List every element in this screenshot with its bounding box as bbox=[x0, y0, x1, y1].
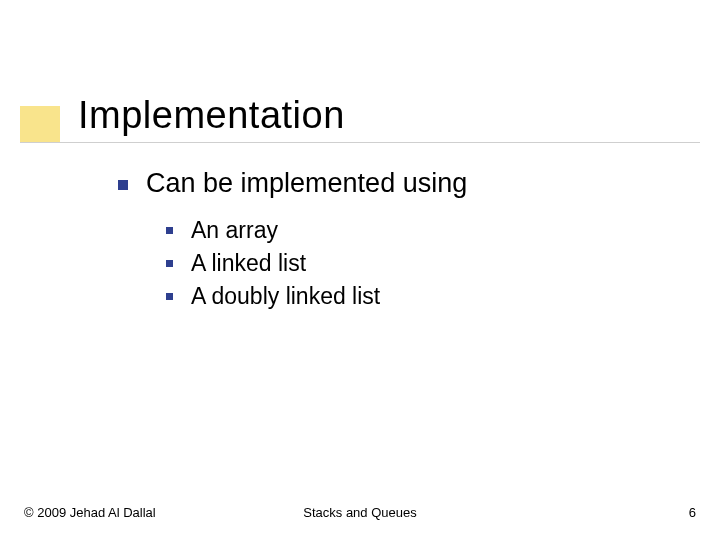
title-accent-bar bbox=[20, 106, 60, 142]
bullet-level2: A linked list bbox=[166, 250, 467, 277]
sub-bullets: An array A linked list A doubly linked l… bbox=[166, 217, 467, 310]
level1-text: Can be implemented using bbox=[146, 168, 467, 199]
square-bullet-icon bbox=[118, 180, 128, 190]
square-bullet-icon bbox=[166, 293, 173, 300]
footer-title: Stacks and Queues bbox=[0, 505, 720, 520]
level2-text: An array bbox=[191, 217, 278, 244]
footer-page-number: 6 bbox=[689, 505, 696, 520]
square-bullet-icon bbox=[166, 260, 173, 267]
bullet-level1: Can be implemented using bbox=[118, 168, 467, 199]
square-bullet-icon bbox=[166, 227, 173, 234]
title-underline bbox=[20, 142, 700, 143]
level2-text: A linked list bbox=[191, 250, 306, 277]
bullet-level2: An array bbox=[166, 217, 467, 244]
level2-text: A doubly linked list bbox=[191, 283, 380, 310]
slide: Implementation Can be implemented using … bbox=[0, 0, 720, 540]
slide-body: Can be implemented using An array A link… bbox=[118, 168, 467, 316]
slide-title: Implementation bbox=[78, 94, 345, 137]
bullet-level2: A doubly linked list bbox=[166, 283, 467, 310]
